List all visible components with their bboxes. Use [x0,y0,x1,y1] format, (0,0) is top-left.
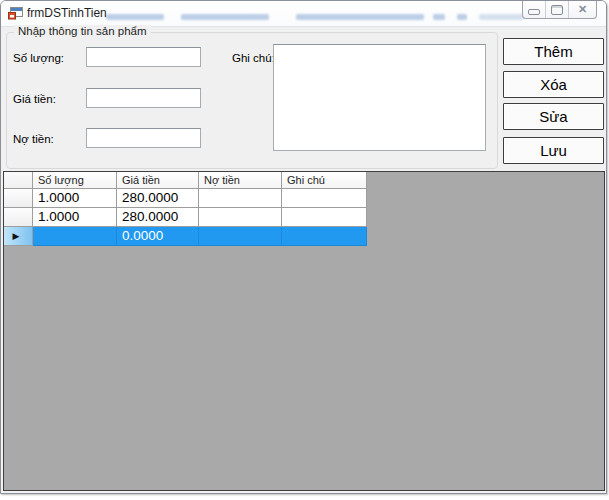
cell-price[interactable]: 0.0000 [117,227,199,246]
column-header-quantity[interactable]: Số lượng [33,172,117,189]
table-row[interactable]: 1.0000 280.0000 [4,189,367,208]
background-glass-smudge [181,14,269,20]
note-label: Ghi chú: [232,52,275,64]
row-header-current[interactable]: ▶ [4,227,33,246]
datagrid[interactable]: Số lượng Giá tiền Nợ tiền Ghi chú 1.0000… [3,171,605,491]
cell-note[interactable] [282,208,367,227]
form-icon [7,5,23,21]
caption-buttons: ✕ [522,1,597,19]
table-row[interactable]: 1.0000 280.0000 [4,208,367,227]
minimize-button[interactable] [523,1,545,18]
datagrid-corner-cell[interactable] [4,172,33,189]
row-header[interactable] [4,189,33,208]
background-glass-smudge [433,14,445,20]
window-title: frmDSTinhTien [27,6,107,20]
background-glass-smudge [296,14,424,20]
maximize-button[interactable] [545,1,568,18]
cell-debt[interactable] [199,227,282,246]
quantity-label: Số lượng: [13,52,64,64]
note-input[interactable] [273,44,486,151]
price-label: Giá tiền: [13,93,56,105]
column-header-note[interactable]: Ghi chú [282,172,367,189]
screen: frmDSTinhTien ✕ Nhập thông tin sản phẩm … [0,0,609,500]
groupbox-title: Nhập thông tin sản phẩm [14,25,151,37]
minimize-icon [528,9,540,15]
save-button[interactable]: Lưu [503,137,604,164]
cell-debt[interactable] [199,208,282,227]
delete-button[interactable]: Xóa [503,71,604,98]
background-glass-smudge [457,14,467,20]
background-glass-smudge [479,14,524,20]
debt-input[interactable] [86,128,201,148]
quantity-input[interactable] [86,47,201,67]
cell-debt[interactable] [199,189,282,208]
datagrid-table: Số lượng Giá tiền Nợ tiền Ghi chú 1.0000… [4,172,367,246]
debt-label: Nợ tiền: [13,133,54,145]
cell-note[interactable] [282,189,367,208]
current-row-arrow-icon: ▶ [13,232,20,241]
title-bar[interactable]: frmDSTinhTien ✕ [1,1,606,27]
column-header-debt[interactable]: Nợ tiền [199,172,282,189]
edit-button[interactable]: Sửa [503,103,604,130]
add-button[interactable]: Thêm [503,38,604,65]
cell-price[interactable]: 280.0000 [117,189,199,208]
column-header-price[interactable]: Giá tiền [117,172,199,189]
cell-note[interactable] [282,227,367,246]
row-header[interactable] [4,208,33,227]
cell-price[interactable]: 280.0000 [117,208,199,227]
datagrid-header-row: Số lượng Giá tiền Nợ tiền Ghi chú [4,172,367,189]
cell-quantity[interactable]: 1.0000 [33,189,117,208]
close-icon: ✕ [578,4,587,15]
maximize-icon [551,5,563,15]
price-input[interactable] [86,88,201,108]
cell-quantity[interactable]: 1.0000 [33,208,117,227]
background-glass-smudge [106,14,164,20]
table-row-selected[interactable]: ▶ 0.0000 [4,227,367,246]
app-window: frmDSTinhTien ✕ Nhập thông tin sản phẩm … [0,0,607,494]
close-button[interactable]: ✕ [568,1,596,18]
cell-quantity[interactable] [33,227,117,246]
